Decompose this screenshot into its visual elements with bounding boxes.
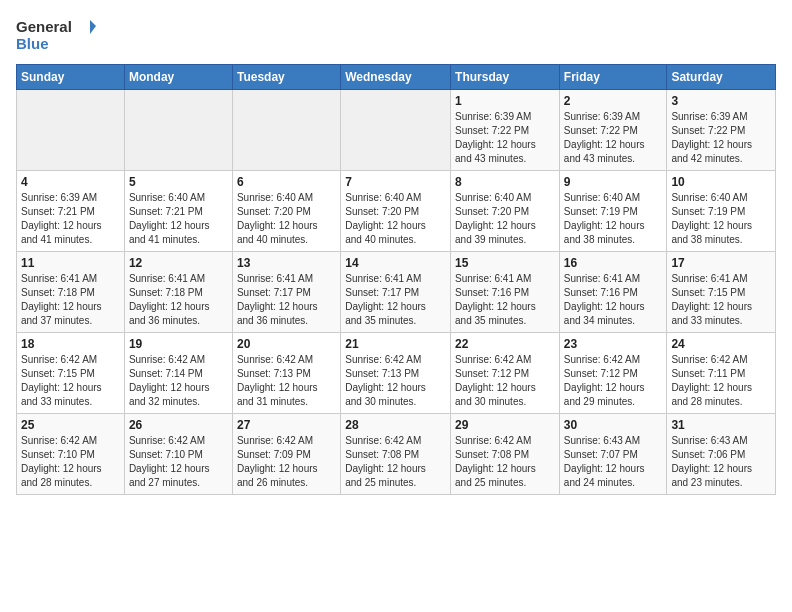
day-number-13: 13 bbox=[237, 256, 336, 270]
day-info-29: Sunrise: 6:42 AMSunset: 7:08 PMDaylight:… bbox=[455, 434, 555, 490]
day-info-24: Sunrise: 6:42 AMSunset: 7:11 PMDaylight:… bbox=[671, 353, 771, 409]
day-cell-6: 6Sunrise: 6:40 AMSunset: 7:20 PMDaylight… bbox=[232, 171, 340, 252]
day-number-9: 9 bbox=[564, 175, 663, 189]
header-day-tuesday: Tuesday bbox=[232, 65, 340, 90]
day-number-11: 11 bbox=[21, 256, 120, 270]
day-number-17: 17 bbox=[671, 256, 771, 270]
day-info-22: Sunrise: 6:42 AMSunset: 7:12 PMDaylight:… bbox=[455, 353, 555, 409]
day-info-16: Sunrise: 6:41 AMSunset: 7:16 PMDaylight:… bbox=[564, 272, 663, 328]
day-info-27: Sunrise: 6:42 AMSunset: 7:09 PMDaylight:… bbox=[237, 434, 336, 490]
day-cell-4: 4Sunrise: 6:39 AMSunset: 7:21 PMDaylight… bbox=[17, 171, 125, 252]
day-info-6: Sunrise: 6:40 AMSunset: 7:20 PMDaylight:… bbox=[237, 191, 336, 247]
day-number-19: 19 bbox=[129, 337, 228, 351]
logo-icon: General Blue bbox=[16, 16, 96, 54]
day-cell-31: 31Sunrise: 6:43 AMSunset: 7:06 PMDayligh… bbox=[667, 414, 776, 495]
day-cell-7: 7Sunrise: 6:40 AMSunset: 7:20 PMDaylight… bbox=[341, 171, 451, 252]
page: General Blue SundayMondayTuesdayWednesda… bbox=[0, 0, 792, 612]
day-info-30: Sunrise: 6:43 AMSunset: 7:07 PMDaylight:… bbox=[564, 434, 663, 490]
day-cell-13: 13Sunrise: 6:41 AMSunset: 7:17 PMDayligh… bbox=[232, 252, 340, 333]
empty-cell bbox=[232, 90, 340, 171]
day-info-28: Sunrise: 6:42 AMSunset: 7:08 PMDaylight:… bbox=[345, 434, 446, 490]
day-info-19: Sunrise: 6:42 AMSunset: 7:14 PMDaylight:… bbox=[129, 353, 228, 409]
day-number-5: 5 bbox=[129, 175, 228, 189]
day-cell-22: 22Sunrise: 6:42 AMSunset: 7:12 PMDayligh… bbox=[451, 333, 560, 414]
svg-marker-2 bbox=[90, 20, 96, 34]
day-info-21: Sunrise: 6:42 AMSunset: 7:13 PMDaylight:… bbox=[345, 353, 446, 409]
day-number-20: 20 bbox=[237, 337, 336, 351]
day-number-8: 8 bbox=[455, 175, 555, 189]
day-number-1: 1 bbox=[455, 94, 555, 108]
day-info-26: Sunrise: 6:42 AMSunset: 7:10 PMDaylight:… bbox=[129, 434, 228, 490]
day-info-23: Sunrise: 6:42 AMSunset: 7:12 PMDaylight:… bbox=[564, 353, 663, 409]
day-cell-30: 30Sunrise: 6:43 AMSunset: 7:07 PMDayligh… bbox=[559, 414, 667, 495]
day-info-14: Sunrise: 6:41 AMSunset: 7:17 PMDaylight:… bbox=[345, 272, 446, 328]
day-number-29: 29 bbox=[455, 418, 555, 432]
day-cell-5: 5Sunrise: 6:40 AMSunset: 7:21 PMDaylight… bbox=[124, 171, 232, 252]
day-cell-19: 19Sunrise: 6:42 AMSunset: 7:14 PMDayligh… bbox=[124, 333, 232, 414]
day-number-25: 25 bbox=[21, 418, 120, 432]
svg-text:General: General bbox=[16, 18, 72, 35]
day-cell-17: 17Sunrise: 6:41 AMSunset: 7:15 PMDayligh… bbox=[667, 252, 776, 333]
header-day-thursday: Thursday bbox=[451, 65, 560, 90]
week-row-1: 1Sunrise: 6:39 AMSunset: 7:22 PMDaylight… bbox=[17, 90, 776, 171]
day-info-4: Sunrise: 6:39 AMSunset: 7:21 PMDaylight:… bbox=[21, 191, 120, 247]
day-cell-25: 25Sunrise: 6:42 AMSunset: 7:10 PMDayligh… bbox=[17, 414, 125, 495]
day-cell-18: 18Sunrise: 6:42 AMSunset: 7:15 PMDayligh… bbox=[17, 333, 125, 414]
day-number-14: 14 bbox=[345, 256, 446, 270]
header-day-saturday: Saturday bbox=[667, 65, 776, 90]
day-info-8: Sunrise: 6:40 AMSunset: 7:20 PMDaylight:… bbox=[455, 191, 555, 247]
day-info-12: Sunrise: 6:41 AMSunset: 7:18 PMDaylight:… bbox=[129, 272, 228, 328]
day-number-26: 26 bbox=[129, 418, 228, 432]
header-day-friday: Friday bbox=[559, 65, 667, 90]
day-info-5: Sunrise: 6:40 AMSunset: 7:21 PMDaylight:… bbox=[129, 191, 228, 247]
day-number-30: 30 bbox=[564, 418, 663, 432]
day-info-11: Sunrise: 6:41 AMSunset: 7:18 PMDaylight:… bbox=[21, 272, 120, 328]
day-number-6: 6 bbox=[237, 175, 336, 189]
day-cell-20: 20Sunrise: 6:42 AMSunset: 7:13 PMDayligh… bbox=[232, 333, 340, 414]
day-info-7: Sunrise: 6:40 AMSunset: 7:20 PMDaylight:… bbox=[345, 191, 446, 247]
day-cell-21: 21Sunrise: 6:42 AMSunset: 7:13 PMDayligh… bbox=[341, 333, 451, 414]
day-info-17: Sunrise: 6:41 AMSunset: 7:15 PMDaylight:… bbox=[671, 272, 771, 328]
header-day-sunday: Sunday bbox=[17, 65, 125, 90]
calendar: SundayMondayTuesdayWednesdayThursdayFrid… bbox=[16, 64, 776, 495]
logo: General Blue bbox=[16, 16, 96, 54]
day-cell-14: 14Sunrise: 6:41 AMSunset: 7:17 PMDayligh… bbox=[341, 252, 451, 333]
day-info-18: Sunrise: 6:42 AMSunset: 7:15 PMDaylight:… bbox=[21, 353, 120, 409]
day-cell-26: 26Sunrise: 6:42 AMSunset: 7:10 PMDayligh… bbox=[124, 414, 232, 495]
day-cell-1: 1Sunrise: 6:39 AMSunset: 7:22 PMDaylight… bbox=[451, 90, 560, 171]
day-info-25: Sunrise: 6:42 AMSunset: 7:10 PMDaylight:… bbox=[21, 434, 120, 490]
day-cell-11: 11Sunrise: 6:41 AMSunset: 7:18 PMDayligh… bbox=[17, 252, 125, 333]
day-cell-8: 8Sunrise: 6:40 AMSunset: 7:20 PMDaylight… bbox=[451, 171, 560, 252]
day-cell-2: 2Sunrise: 6:39 AMSunset: 7:22 PMDaylight… bbox=[559, 90, 667, 171]
day-info-9: Sunrise: 6:40 AMSunset: 7:19 PMDaylight:… bbox=[564, 191, 663, 247]
day-info-2: Sunrise: 6:39 AMSunset: 7:22 PMDaylight:… bbox=[564, 110, 663, 166]
day-cell-29: 29Sunrise: 6:42 AMSunset: 7:08 PMDayligh… bbox=[451, 414, 560, 495]
empty-cell bbox=[341, 90, 451, 171]
day-cell-12: 12Sunrise: 6:41 AMSunset: 7:18 PMDayligh… bbox=[124, 252, 232, 333]
day-number-23: 23 bbox=[564, 337, 663, 351]
day-cell-10: 10Sunrise: 6:40 AMSunset: 7:19 PMDayligh… bbox=[667, 171, 776, 252]
day-cell-9: 9Sunrise: 6:40 AMSunset: 7:19 PMDaylight… bbox=[559, 171, 667, 252]
week-row-4: 18Sunrise: 6:42 AMSunset: 7:15 PMDayligh… bbox=[17, 333, 776, 414]
day-number-27: 27 bbox=[237, 418, 336, 432]
day-cell-23: 23Sunrise: 6:42 AMSunset: 7:12 PMDayligh… bbox=[559, 333, 667, 414]
header-day-wednesday: Wednesday bbox=[341, 65, 451, 90]
day-number-22: 22 bbox=[455, 337, 555, 351]
day-number-3: 3 bbox=[671, 94, 771, 108]
day-number-15: 15 bbox=[455, 256, 555, 270]
week-row-5: 25Sunrise: 6:42 AMSunset: 7:10 PMDayligh… bbox=[17, 414, 776, 495]
empty-cell bbox=[17, 90, 125, 171]
day-number-4: 4 bbox=[21, 175, 120, 189]
week-row-3: 11Sunrise: 6:41 AMSunset: 7:18 PMDayligh… bbox=[17, 252, 776, 333]
day-cell-15: 15Sunrise: 6:41 AMSunset: 7:16 PMDayligh… bbox=[451, 252, 560, 333]
day-info-15: Sunrise: 6:41 AMSunset: 7:16 PMDaylight:… bbox=[455, 272, 555, 328]
day-number-12: 12 bbox=[129, 256, 228, 270]
day-info-10: Sunrise: 6:40 AMSunset: 7:19 PMDaylight:… bbox=[671, 191, 771, 247]
header: General Blue bbox=[16, 16, 776, 54]
day-cell-16: 16Sunrise: 6:41 AMSunset: 7:16 PMDayligh… bbox=[559, 252, 667, 333]
day-info-31: Sunrise: 6:43 AMSunset: 7:06 PMDaylight:… bbox=[671, 434, 771, 490]
day-number-24: 24 bbox=[671, 337, 771, 351]
day-number-7: 7 bbox=[345, 175, 446, 189]
day-info-1: Sunrise: 6:39 AMSunset: 7:22 PMDaylight:… bbox=[455, 110, 555, 166]
day-number-31: 31 bbox=[671, 418, 771, 432]
